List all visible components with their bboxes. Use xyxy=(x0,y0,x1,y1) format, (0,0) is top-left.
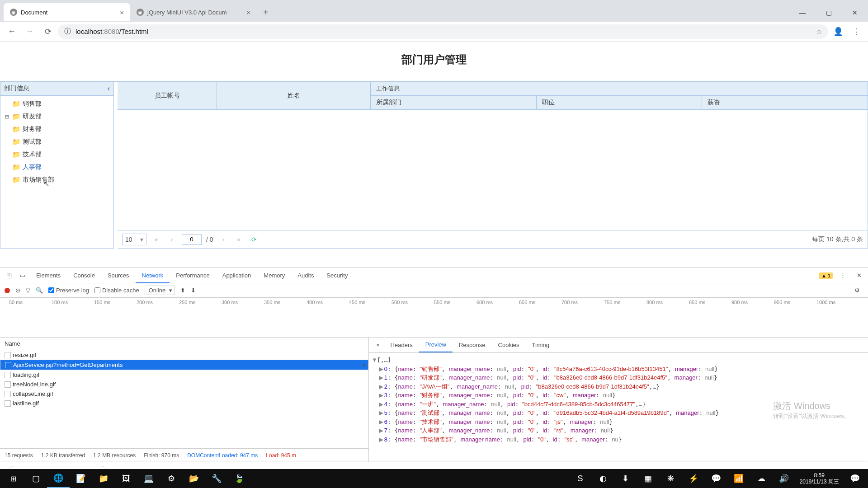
devtools-tab-security[interactable]: Security xyxy=(320,268,354,282)
minimize-button[interactable]: — xyxy=(789,4,816,22)
devtools-tab-sources[interactable]: Sources xyxy=(101,268,136,282)
tray-icon[interactable]: ▦ xyxy=(637,469,660,488)
request-row[interactable]: resize.gif xyxy=(0,350,368,360)
devtools-tab-application[interactable]: Application xyxy=(216,268,258,282)
tree-node-1[interactable]: 📁研发部 xyxy=(0,110,113,123)
tray-icon[interactable]: 🔊 xyxy=(773,469,795,488)
page-input[interactable] xyxy=(182,234,202,245)
page-total: / 0 xyxy=(206,236,213,243)
clear-button[interactable]: ⊘ xyxy=(15,287,20,294)
col-pos[interactable]: 职位 xyxy=(537,96,703,109)
inspect-icon[interactable]: ◰ xyxy=(3,269,15,282)
bookmark-icon[interactable]: ☆ xyxy=(816,28,822,36)
tray-icon[interactable]: 📶 xyxy=(727,469,750,488)
reload-button[interactable]: ⟳ xyxy=(40,23,56,40)
devtools-tab-performance[interactable]: Performance xyxy=(170,268,216,282)
next-page-button[interactable]: › xyxy=(218,234,229,245)
chrome-icon[interactable]: 🌐 xyxy=(47,469,70,488)
settings-icon[interactable]: ⋮ xyxy=(836,269,849,282)
collapse-icon[interactable]: ‹ xyxy=(108,84,110,93)
download-icon[interactable]: ⬇ xyxy=(191,287,196,294)
devtools-tab-audits[interactable]: Audits xyxy=(291,268,320,282)
tree-node-5[interactable]: 📁人事部 xyxy=(0,161,113,174)
tree-node-0[interactable]: 📁销售部 xyxy=(0,98,113,110)
col-empid[interactable]: 员工帐号 xyxy=(118,82,217,109)
back-button[interactable]: ← xyxy=(4,23,20,40)
col-dept[interactable]: 所属部门 xyxy=(371,96,537,109)
close-window-button[interactable]: ✕ xyxy=(842,4,868,22)
upload-icon[interactable]: ⬆ xyxy=(180,287,185,294)
menu-icon[interactable]: ⋮ xyxy=(848,23,864,40)
taskbar[interactable]: ⊞ ▢ 🌐 📝 📁 🖼 💻 ⚙ 📂 🔧 🍃 S ◐ ⬇ ▦ ❋ ⚡ 💬 📶 ☁ … xyxy=(0,469,868,488)
json-preview[interactable]: ▼[,…] ▶0: {name: "销售部", manager_name: nu… xyxy=(369,353,868,462)
tree-node-3[interactable]: 📁测试部 xyxy=(0,136,113,148)
col-name[interactable]: 姓名 xyxy=(217,82,371,109)
request-row[interactable]: treeNodeLine.gif xyxy=(0,380,368,389)
tree-node-2[interactable]: 📁财务部 xyxy=(0,123,113,136)
tray-icon[interactable]: ◐ xyxy=(592,469,614,488)
start-button[interactable]: ⊞ xyxy=(2,469,24,488)
detail-tab-preview[interactable]: Preview xyxy=(419,338,453,352)
tray-icon[interactable]: 💬 xyxy=(705,469,727,488)
devtools-tab-console[interactable]: Console xyxy=(67,268,101,282)
detail-tab-timing[interactable]: Timing xyxy=(526,338,556,352)
app-icon[interactable]: 📂 xyxy=(183,469,205,488)
first-page-button[interactable]: « xyxy=(151,234,162,245)
last-page-button[interactable]: » xyxy=(233,234,244,245)
tab-document[interactable]: ◉ Document × xyxy=(4,3,130,21)
prev-page-button[interactable]: ‹ xyxy=(166,234,177,245)
task-view-icon[interactable]: ▢ xyxy=(24,469,47,488)
network-settings-icon[interactable]: ⚙ xyxy=(851,284,863,297)
url-field[interactable]: ⓘ localhost:8080/Test.html ☆ xyxy=(58,24,828,39)
close-detail-icon[interactable]: × xyxy=(372,342,384,348)
refresh-button[interactable]: ⟳ xyxy=(249,234,259,245)
new-tab-button[interactable]: + xyxy=(259,5,273,19)
preserve-log-checkbox[interactable]: Preserve log xyxy=(48,287,89,294)
tree-node-6[interactable]: 📁市场销售部 xyxy=(0,174,113,186)
search-icon[interactable]: 🔍 xyxy=(36,287,43,294)
disable-cache-checkbox[interactable]: Disable cache xyxy=(94,287,139,294)
app-icon[interactable]: 💻 xyxy=(137,469,160,488)
close-icon[interactable]: × xyxy=(246,9,250,16)
app-icon[interactable]: 🍃 xyxy=(228,469,250,488)
device-icon[interactable]: ▭ xyxy=(16,269,29,282)
tray-icon[interactable]: ⬇ xyxy=(614,469,637,488)
devtools-tab-network[interactable]: Network xyxy=(136,268,170,283)
tray-icon[interactable]: S xyxy=(569,469,592,488)
maximize-button[interactable]: ▢ xyxy=(816,4,842,22)
clock[interactable]: 8:59 2019/11/13 周三 xyxy=(795,472,844,485)
tray-icon[interactable]: ❋ xyxy=(660,469,682,488)
name-column-header[interactable]: Name xyxy=(0,338,368,350)
page-size-select[interactable]: 10▾ xyxy=(122,234,146,245)
app-icon[interactable]: ⚙ xyxy=(160,469,183,488)
tree-node-4[interactable]: 📁技术部 xyxy=(0,148,113,161)
request-row[interactable]: lastline.gif xyxy=(0,399,368,408)
record-button[interactable] xyxy=(5,288,10,293)
forward-button[interactable]: → xyxy=(22,23,38,40)
tray-icon[interactable]: ☁ xyxy=(750,469,773,488)
app-icon[interactable]: 📁 xyxy=(92,469,115,488)
app-icon[interactable]: 📝 xyxy=(70,469,92,488)
request-row[interactable]: loading.gif xyxy=(0,370,368,380)
network-timeline[interactable]: 50 ms100 ms150 ms200 ms250 ms300 ms350 m… xyxy=(0,298,868,338)
detail-tab-response[interactable]: Response xyxy=(453,338,492,352)
tray-icon[interactable]: ⚡ xyxy=(682,469,705,488)
throttling-select[interactable]: Online xyxy=(145,286,175,295)
close-icon[interactable]: × xyxy=(120,9,124,16)
tab-jquery-miniui[interactable]: ◉ jQuery MiniUI V3.0 Api Docum × xyxy=(130,3,257,21)
detail-tab-cookies[interactable]: Cookies xyxy=(492,338,526,352)
app-icon[interactable]: 🔧 xyxy=(205,469,228,488)
profile-icon[interactable]: 👤 xyxy=(830,23,846,40)
request-row[interactable]: collapseLine.gif xyxy=(0,389,368,399)
app-icon[interactable]: 🖼 xyxy=(115,469,137,488)
request-row[interactable]: AjaxService.jsp?method=GetDepartments xyxy=(0,360,368,370)
notifications-icon[interactable]: 💬 xyxy=(844,469,866,488)
devtools-close-icon[interactable]: ✕ xyxy=(853,269,865,282)
col-salary[interactable]: 薪资 xyxy=(702,96,868,109)
warning-badge[interactable]: ▲ 1 xyxy=(819,272,833,279)
devtools-tab-elements[interactable]: Elements xyxy=(30,268,67,282)
filter-icon[interactable]: ▽ xyxy=(26,287,30,294)
devtools-tab-memory[interactable]: Memory xyxy=(257,268,291,282)
request-list[interactable]: resize.gifAjaxService.jsp?method=GetDepa… xyxy=(0,350,368,448)
detail-tab-headers[interactable]: Headers xyxy=(384,338,419,352)
